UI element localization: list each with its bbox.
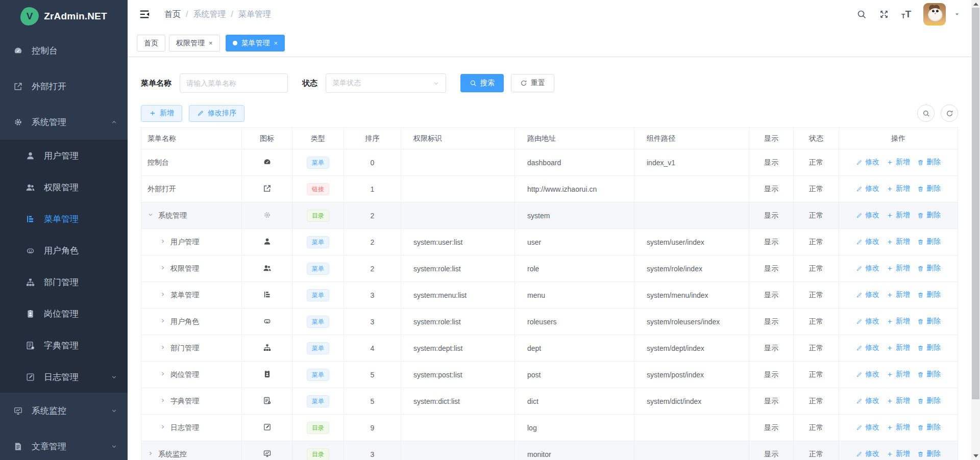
breadcrumb-home[interactable]: 首页 <box>164 9 181 20</box>
app-logo[interactable]: V ZrAdmin.NET <box>0 0 128 33</box>
delete-link[interactable]: 删除 <box>917 317 941 326</box>
add-link[interactable]: 新增 <box>887 396 910 405</box>
scroll-up-arrow-icon[interactable] <box>973 3 978 6</box>
column-header: 显示 <box>749 128 794 149</box>
edit-link[interactable]: 修改 <box>856 370 879 379</box>
delete-link[interactable]: 删除 <box>917 264 941 273</box>
tree-expand-icon[interactable] <box>160 344 166 350</box>
tree-expand-icon[interactable] <box>160 265 166 271</box>
column-header: 菜单名称 <box>141 128 242 149</box>
add-link[interactable]: 新增 <box>887 449 910 458</box>
tree-expand-icon[interactable] <box>160 238 166 244</box>
edit-link[interactable]: 修改 <box>856 423 879 432</box>
breadcrumb-current: 菜单管理 <box>238 9 271 20</box>
tab-0[interactable]: 首页 <box>137 35 165 52</box>
add-link[interactable]: 新增 <box>887 158 910 167</box>
sidebar-item-2[interactable]: 系统管理 <box>0 104 128 140</box>
add-link[interactable]: 新增 <box>887 184 910 193</box>
edit-link[interactable]: 修改 <box>856 211 879 220</box>
sidebar-item-6[interactable]: 用户角色 <box>0 235 128 266</box>
edit-link[interactable]: 修改 <box>856 184 879 193</box>
edit-link[interactable]: 修改 <box>856 343 879 352</box>
delete-link[interactable]: 删除 <box>917 343 941 352</box>
sidebar-item-12[interactable]: 文章管理 <box>0 428 128 460</box>
edit-link[interactable]: 修改 <box>856 237 879 246</box>
cell-route: post <box>515 362 634 388</box>
pen-icon <box>856 398 863 404</box>
menu-name-input[interactable] <box>180 73 288 93</box>
close-icon[interactable]: × <box>209 40 213 46</box>
delete-link[interactable]: 删除 <box>917 396 941 405</box>
plus-icon <box>887 398 893 404</box>
trash-icon <box>917 239 924 245</box>
search-icon[interactable] <box>856 9 867 19</box>
tab-2[interactable]: 菜单管理× <box>226 35 285 52</box>
tree-expand-icon[interactable] <box>160 397 166 403</box>
type-tag: 菜单 <box>307 369 329 381</box>
add-link[interactable]: 新增 <box>887 264 910 273</box>
column-header: 权限标识 <box>401 128 515 149</box>
tree-collapse-icon[interactable] <box>148 212 154 218</box>
sidebar-item-10[interactable]: 日志管理 <box>0 361 128 393</box>
delete-link[interactable]: 删除 <box>917 449 941 458</box>
delete-link[interactable]: 删除 <box>917 370 941 379</box>
cell-icon <box>242 176 292 202</box>
delete-link[interactable]: 删除 <box>917 237 941 246</box>
edit-link[interactable]: 修改 <box>856 158 879 167</box>
user-menu-caret-icon[interactable] <box>954 11 960 17</box>
edit-link[interactable]: 修改 <box>856 396 879 405</box>
add-button[interactable]: 新增 <box>141 105 182 122</box>
tree-expand-icon[interactable] <box>160 371 166 377</box>
sidebar-item-5[interactable]: 菜单管理 <box>0 203 128 235</box>
delete-link[interactable]: 删除 <box>917 184 941 193</box>
user-avatar[interactable] <box>923 3 946 25</box>
add-link[interactable]: 新增 <box>887 343 910 352</box>
cell-status: 正常 <box>794 202 839 229</box>
cell-actions: 修改新增删除 <box>839 255 958 282</box>
add-link[interactable]: 新增 <box>887 211 910 220</box>
tree-expand-icon[interactable] <box>160 318 166 324</box>
add-link[interactable]: 新增 <box>887 423 910 432</box>
delete-link[interactable]: 删除 <box>917 423 941 432</box>
sidebar-item-7[interactable]: 部门管理 <box>0 266 128 298</box>
add-link[interactable]: 新增 <box>887 290 910 299</box>
fullscreen-icon[interactable] <box>879 9 889 19</box>
edit-link[interactable]: 修改 <box>856 317 879 326</box>
add-link[interactable]: 新增 <box>887 237 910 246</box>
add-link[interactable]: 新增 <box>887 317 910 326</box>
sidebar-item-3[interactable]: 用户管理 <box>0 140 128 171</box>
edit-link[interactable]: 修改 <box>856 264 879 273</box>
menu-status-select[interactable]: 菜单状态 <box>326 73 446 93</box>
sidebar-item-4[interactable]: 权限管理 <box>0 171 128 203</box>
scrollbar-thumb[interactable] <box>972 8 979 399</box>
reset-button[interactable]: 重置 <box>511 74 554 92</box>
table-row: 岗位管理菜单5system:post:listpostsystem/post/i… <box>141 362 958 388</box>
edit-link[interactable]: 修改 <box>856 449 879 458</box>
tree-expand-icon[interactable] <box>160 424 166 430</box>
cell-order: 2 <box>344 229 401 255</box>
table-search-toggle-button[interactable] <box>917 105 935 122</box>
font-size-icon[interactable]: TT <box>901 9 911 20</box>
cell-status: 正常 <box>794 149 839 176</box>
add-link[interactable]: 新增 <box>887 370 910 379</box>
sidebar-item-8[interactable]: 岗位管理 <box>0 298 128 329</box>
tree-expand-icon[interactable] <box>148 450 154 456</box>
column-header: 图标 <box>242 128 292 149</box>
scroll-down-arrow-icon[interactable] <box>973 454 978 457</box>
sidebar-item-11[interactable]: 系统监控 <box>0 393 128 428</box>
close-icon[interactable]: × <box>274 40 278 46</box>
delete-link[interactable]: 删除 <box>917 290 941 299</box>
sidebar-item-9[interactable]: 字典管理 <box>0 329 128 361</box>
table-refresh-button[interactable] <box>941 105 958 122</box>
edit-link[interactable]: 修改 <box>856 290 879 299</box>
sidebar-collapse-icon[interactable] <box>139 9 150 20</box>
search-button[interactable]: 搜索 <box>460 74 504 92</box>
tree-expand-icon[interactable] <box>160 291 166 297</box>
page-scrollbar[interactable] <box>971 0 980 460</box>
sidebar-item-0[interactable]: 控制台 <box>0 33 128 68</box>
edit-sort-button[interactable]: 修改排序 <box>189 105 244 122</box>
delete-link[interactable]: 删除 <box>917 211 941 220</box>
tab-1[interactable]: 权限管理× <box>169 35 220 52</box>
sidebar-item-1[interactable]: 外部打开 <box>0 68 128 104</box>
delete-link[interactable]: 删除 <box>917 158 941 167</box>
